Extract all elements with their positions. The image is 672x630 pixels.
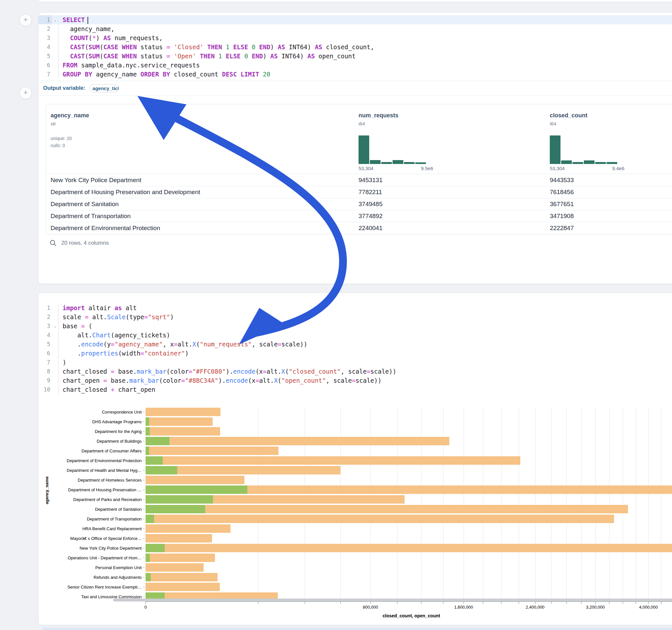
fold-spacer <box>52 312 58 321</box>
closed-count-bar[interactable] <box>146 583 220 591</box>
y-axis-label: Senior Citizen Rent Increase Exempti… <box>39 585 142 589</box>
y-axis-label: Department of Health and Mental Hyg… <box>39 468 142 473</box>
closed-count-bar[interactable] <box>146 417 213 426</box>
open-count-bar[interactable] <box>146 437 170 445</box>
output-variable-pill[interactable]: agency_tickets <box>89 84 119 92</box>
closed-count-bar[interactable] <box>146 408 220 416</box>
code-line[interactable]: 9chart_open = base.mark_bar(color="#8BC3… <box>39 376 672 385</box>
column-header-num_requests[interactable]: num_requestsi6453,3049.5e6 <box>354 112 545 171</box>
fold-spacer <box>52 331 58 340</box>
code-text: CAST(SUM(CASE WHEN status = 'Closed' THE… <box>63 43 374 51</box>
open-count-bar[interactable] <box>146 466 177 475</box>
search-icon[interactable] <box>50 240 57 247</box>
code-text: scale = alt.Scale(type="sqrt") <box>63 312 174 321</box>
chart-bar-row: Department of Sanitation <box>39 504 672 514</box>
closed-count-bar[interactable] <box>146 427 220 436</box>
code-line[interactable]: 7GROUP BY agency_name ORDER BY closed_co… <box>39 70 672 79</box>
code-text: ) <box>63 358 66 367</box>
add-cell-button-top[interactable]: + <box>20 14 32 26</box>
x-axis-tick-label: 800,000 <box>363 605 378 610</box>
open-count-bar[interactable] <box>146 544 165 552</box>
y-axis-label: Department of Sanitation <box>39 507 142 512</box>
horizontal-scrollbar[interactable] <box>113 599 672 602</box>
open-count-bar[interactable] <box>146 427 150 436</box>
chart-bar-row: Department of Transportation <box>39 514 672 524</box>
sql-code-editor[interactable]: 1⌄SELECT2 agency_name,3 COUNT(*) AS num_… <box>39 13 672 81</box>
code-line[interactable]: 7) <box>39 358 672 367</box>
code-line[interactable]: 2scale = alt.Scale(type="sqrt") <box>39 312 672 321</box>
fold-chevron-icon[interactable]: ⌄ <box>52 15 58 24</box>
code-line[interactable]: 4 CAST(SUM(CASE WHEN status = 'Closed' T… <box>39 43 672 51</box>
closed-count-bar[interactable] <box>146 534 212 542</box>
open-count-bar[interactable] <box>146 505 205 513</box>
closed-count-bar[interactable] <box>146 476 244 484</box>
y-axis-label: Department of Buildings <box>39 439 142 444</box>
closed-count-bar[interactable] <box>146 437 449 445</box>
closed-count-bar[interactable] <box>146 456 520 465</box>
code-text: GROUP BY agency_name ORDER BY closed_cou… <box>63 70 270 79</box>
line-number: 9 <box>39 376 52 385</box>
dataframe-footer: 20 rows, 4 columns <box>50 240 672 247</box>
line-number: 8 <box>39 367 52 376</box>
y-axis-label: Department of Homeless Services <box>39 478 142 483</box>
code-line[interactable]: 1import altair as alt <box>39 303 672 312</box>
y-axis-label: Department of Consumer Affairs <box>39 449 142 453</box>
dataframe-body: New York City Police Department945313194… <box>46 174 672 234</box>
table-row[interactable]: Department of Transportation377489234719… <box>46 210 672 222</box>
y-axis-label: Mayorâ€ s Office of Special Enforce… <box>39 536 142 541</box>
fold-spacer <box>52 303 58 312</box>
fold-spacer <box>52 51 58 60</box>
open-count-bar[interactable] <box>146 417 149 426</box>
open-count-bar[interactable] <box>146 495 213 504</box>
code-line[interactable]: 6 .properties(width="container") <box>39 349 672 358</box>
closed-count-bar[interactable] <box>146 505 628 513</box>
line-number: 2 <box>39 312 52 321</box>
fold-spacer <box>52 33 58 43</box>
add-cell-button-middle[interactable]: + <box>20 87 32 99</box>
python-cell: 1import altair as alt2scale = alt.Scale(… <box>38 293 672 625</box>
code-line[interactable]: 3 COUNT(*) AS num_requests, <box>39 33 672 43</box>
closed-count-bar[interactable] <box>146 515 614 523</box>
table-row[interactable]: Department of Environmental Protection22… <box>46 222 672 234</box>
closed-count-bar[interactable] <box>146 524 231 533</box>
code-line[interactable]: 3⌄base = ( <box>39 321 672 331</box>
chart-bar-row: New York City Police Department <box>39 543 672 553</box>
code-text: SELECT <box>63 15 88 24</box>
code-line[interactable]: 2 agency_name, <box>39 24 672 33</box>
code-line[interactable]: 10chart_closed + chart_open <box>39 385 672 394</box>
code-text: .encode(y="agency_name", x=alt.X("num_re… <box>63 340 307 349</box>
open-count-bar[interactable] <box>146 573 151 581</box>
closed-count-bar[interactable] <box>146 554 215 562</box>
table-row[interactable]: Department of Sanitation37494853677651 <box>46 198 672 210</box>
table-row[interactable]: New York City Police Department945313194… <box>46 174 672 186</box>
open-count-bar[interactable] <box>146 515 154 523</box>
closed-count-bar[interactable] <box>146 573 217 581</box>
open-count-bar[interactable] <box>146 485 247 494</box>
y-axis-label: Department of Environmental Protection <box>39 458 142 463</box>
line-number: 1 <box>39 303 52 312</box>
python-code-editor[interactable]: 1import altair as alt2scale = alt.Scale(… <box>39 293 672 396</box>
chart-bar-row: Department of Homeless Services <box>39 475 672 485</box>
closed-count-bar[interactable] <box>146 563 203 572</box>
open-count-bar[interactable] <box>146 554 150 562</box>
code-line[interactable]: 5 .encode(y="agency_name", x=alt.X("num_… <box>39 340 672 349</box>
chart-bar-row: Department of Buildings <box>39 436 672 446</box>
table-row[interactable]: Department of Housing Preservation and D… <box>46 186 672 198</box>
code-line[interactable]: 5 CAST(SUM(CASE WHEN status = 'Open' THE… <box>39 51 672 60</box>
open-count-bar[interactable] <box>146 446 149 455</box>
chart-bar-row: Correspondence Unit <box>39 407 672 417</box>
column-header-closed_count[interactable]: closed_counti6453,3049.4e6 <box>545 112 672 171</box>
line-number: 6 <box>39 349 52 358</box>
code-line[interactable]: 4 alt.Chart(agency_tickets) <box>39 331 672 340</box>
open-count-bar[interactable] <box>146 456 163 465</box>
closed-count-bar[interactable] <box>146 446 279 455</box>
line-number: 5 <box>39 340 52 349</box>
code-line[interactable]: 6FROM sample_data.nyc.service_requests <box>39 60 672 70</box>
y-axis-label: DHS Advantage Programs <box>39 419 142 424</box>
column-header-agency_name[interactable]: agency_namestrunique: 20nulls: 0 <box>46 112 354 171</box>
closed-count-bar[interactable] <box>146 544 672 552</box>
code-line[interactable]: 1⌄SELECT <box>39 15 672 24</box>
dataframe-header: agency_namestrunique: 20nulls: 0num_requ… <box>46 104 672 174</box>
code-line[interactable]: 8chart_closed = base.mark_bar(color="#FF… <box>39 367 672 376</box>
fold-chevron-icon[interactable]: ⌄ <box>52 321 58 331</box>
